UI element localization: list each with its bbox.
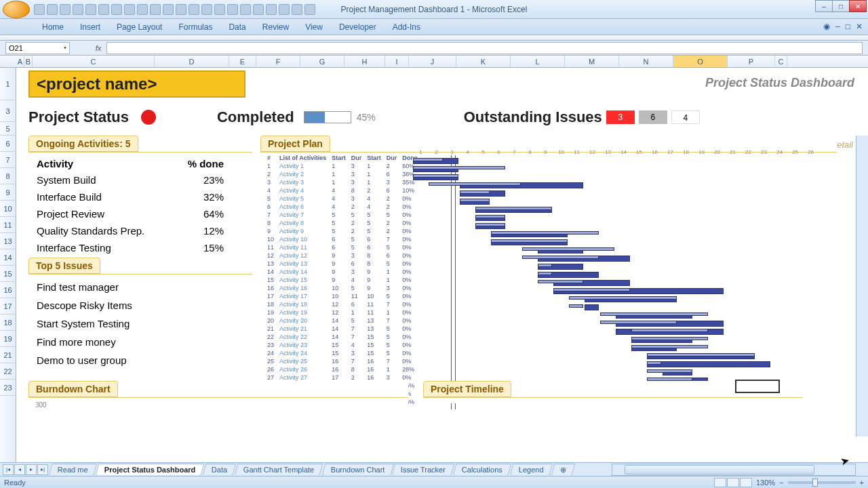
- row-header-19[interactable]: 19: [0, 331, 16, 347]
- row-header-17[interactable]: 17: [0, 298, 16, 314]
- sheet-tab-data[interactable]: Data: [203, 464, 237, 475]
- sheet-tab-project-status-dashboard[interactable]: Project Status Dashboard: [95, 464, 204, 475]
- help-icon[interactable]: ◉: [823, 22, 830, 31]
- column-header-E[interactable]: E: [229, 56, 256, 67]
- office-button[interactable]: [3, 1, 30, 18]
- qat-icon[interactable]: [201, 4, 212, 15]
- tab-nav-last[interactable]: ▸|: [37, 464, 48, 475]
- qat-redo-icon[interactable]: [60, 4, 71, 15]
- sheet-tab-gantt-chart-template[interactable]: Gantt Chart Template: [235, 464, 323, 475]
- column-header-L[interactable]: L: [511, 56, 565, 67]
- new-sheet-tab[interactable]: ⊕: [551, 464, 575, 476]
- ribbon-tab-review[interactable]: Review: [254, 20, 297, 35]
- qat-icon[interactable]: [214, 4, 225, 15]
- scroll-thumb[interactable]: [625, 465, 814, 474]
- column-header-C[interactable]: C: [775, 56, 787, 67]
- tab-nav-prev[interactable]: ◂: [14, 464, 25, 475]
- ribbon-tab-developer[interactable]: Developer: [331, 20, 384, 35]
- ribbon-tab-home[interactable]: Home: [34, 20, 72, 35]
- ribbon-tab-data[interactable]: Data: [220, 20, 254, 35]
- ribbon-tab-page-layout[interactable]: Page Layout: [108, 20, 170, 35]
- sheet-tab-issue-tracker[interactable]: Issue Tracker: [392, 464, 455, 475]
- fx-icon[interactable]: fx: [90, 44, 106, 52]
- vertical-scrollbar[interactable]: [856, 136, 868, 436]
- row-header-11[interactable]: 11: [0, 217, 16, 233]
- column-header-A[interactable]: A: [16, 56, 24, 67]
- row-header-8[interactable]: 8: [0, 168, 16, 184]
- qat-icon[interactable]: [85, 4, 96, 15]
- qat-icon[interactable]: [304, 4, 315, 15]
- ribbon-tab-view[interactable]: View: [297, 20, 331, 35]
- tab-nav-next[interactable]: ▸: [26, 464, 37, 475]
- row-header-14[interactable]: 14: [0, 249, 16, 266]
- qat-undo-icon[interactable]: [47, 4, 58, 15]
- close-button[interactable]: ✕: [849, 0, 867, 12]
- sheet-tab-calculations[interactable]: Calculations: [453, 464, 511, 475]
- qat-icon[interactable]: [266, 4, 277, 15]
- gantt-chart[interactable]: 1234567891011121314151617181920212223242…: [413, 149, 833, 409]
- maximize-button[interactable]: □: [832, 0, 850, 12]
- name-box[interactable]: O21: [5, 42, 70, 54]
- column-header-M[interactable]: M: [565, 56, 619, 67]
- zoom-in-button[interactable]: +: [860, 479, 864, 487]
- sheet-content[interactable]: <project name> Project Status Dashboard …: [16, 68, 868, 462]
- column-header-J[interactable]: J: [409, 56, 456, 67]
- column-header-K[interactable]: K: [456, 56, 511, 67]
- view-page-layout-icon[interactable]: [727, 478, 739, 487]
- minimize-ribbon-icon[interactable]: –: [835, 22, 840, 31]
- qat-icon[interactable]: [73, 4, 83, 15]
- zoom-value[interactable]: 130%: [756, 479, 775, 487]
- project-name-cell[interactable]: <project name>: [28, 70, 245, 98]
- horizontal-scrollbar[interactable]: [612, 464, 856, 476]
- sheet-tab-legend[interactable]: Legend: [510, 464, 553, 475]
- qat-icon[interactable]: [111, 4, 122, 15]
- column-header-I[interactable]: I: [385, 56, 409, 67]
- qat-icon[interactable]: [163, 4, 174, 15]
- column-header-O[interactable]: O: [673, 56, 728, 67]
- row-header-13[interactable]: 13: [0, 233, 16, 249]
- qat-icon[interactable]: [176, 4, 186, 15]
- ribbon-tab-insert[interactable]: Insert: [72, 20, 108, 35]
- column-header-F[interactable]: F: [256, 56, 300, 67]
- qat-icon[interactable]: [150, 4, 161, 15]
- view-page-break-icon[interactable]: [740, 478, 752, 487]
- column-header-B[interactable]: B: [24, 56, 33, 67]
- sheet-tab-burndown-chart[interactable]: Burndown Chart: [321, 464, 393, 475]
- tab-nav-first[interactable]: |◂: [3, 464, 14, 475]
- view-normal-icon[interactable]: [714, 478, 726, 487]
- row-header-6[interactable]: 6: [0, 136, 16, 152]
- row-header-15[interactable]: 15: [0, 266, 16, 282]
- row-header-9[interactable]: 9: [0, 184, 16, 201]
- qat-icon[interactable]: [189, 4, 199, 15]
- row-header-1[interactable]: 1: [0, 68, 16, 100]
- column-header-P[interactable]: P: [728, 56, 775, 67]
- ribbon-tab-add-ins[interactable]: Add-Ins: [384, 20, 429, 35]
- sheet-tab-read-me[interactable]: Read me: [49, 464, 97, 475]
- restore-window-icon[interactable]: □: [846, 22, 850, 31]
- column-header-C[interactable]: C: [33, 56, 155, 67]
- qat-icon[interactable]: [227, 4, 238, 15]
- selected-cell-o21[interactable]: [735, 380, 780, 393]
- column-header-G[interactable]: G: [300, 56, 344, 67]
- qat-icon[interactable]: [253, 4, 264, 15]
- zoom-slider-thumb[interactable]: [812, 479, 818, 487]
- row-header-10[interactable]: 10: [0, 201, 16, 217]
- zoom-out-button[interactable]: −: [779, 479, 783, 487]
- minimize-button[interactable]: –: [815, 0, 833, 12]
- qat-save-icon[interactable]: [34, 4, 45, 15]
- column-header-H[interactable]: H: [344, 56, 385, 67]
- row-header-7[interactable]: 7: [0, 152, 16, 168]
- column-header-N[interactable]: N: [619, 56, 673, 67]
- column-header-D[interactable]: D: [155, 56, 229, 67]
- row-header-23[interactable]: 23: [0, 380, 16, 396]
- qat-icon[interactable]: [137, 4, 148, 15]
- ribbon-tab-formulas[interactable]: Formulas: [170, 20, 220, 35]
- zoom-slider[interactable]: [788, 481, 856, 484]
- qat-icon[interactable]: [292, 4, 302, 15]
- qat-icon[interactable]: [240, 4, 251, 15]
- row-header-16[interactable]: 16: [0, 282, 16, 298]
- qat-icon[interactable]: [124, 4, 135, 15]
- row-header-22[interactable]: 22: [0, 363, 16, 380]
- row-header-21[interactable]: 21: [0, 347, 16, 363]
- qat-icon[interactable]: [98, 4, 109, 15]
